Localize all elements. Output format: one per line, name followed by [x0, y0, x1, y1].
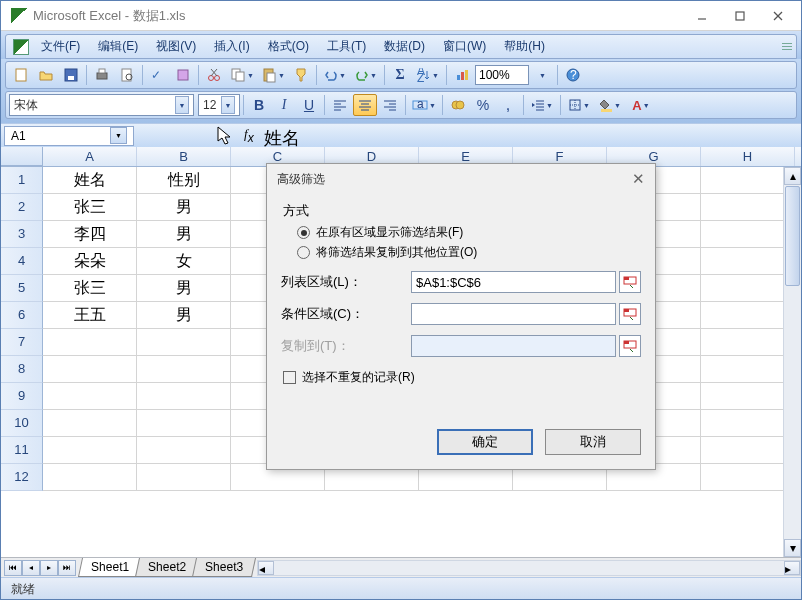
row-header[interactable]: 4 [1, 248, 43, 275]
save-icon[interactable] [59, 64, 83, 86]
filter-in-place-radio[interactable]: 在原有区域显示筛选结果(F) [297, 224, 641, 241]
cancel-button[interactable]: 取消 [545, 429, 641, 455]
bold-button[interactable]: B [247, 94, 271, 116]
cell[interactable] [701, 383, 795, 410]
align-center-button[interactable] [353, 94, 377, 116]
tab-last-button[interactable]: ⏭ [58, 560, 76, 576]
cell[interactable] [701, 329, 795, 356]
align-right-button[interactable] [378, 94, 402, 116]
print-icon[interactable] [90, 64, 114, 86]
cell[interactable] [701, 221, 795, 248]
sheet-tab[interactable]: Sheet3 [192, 558, 256, 577]
cell[interactable] [701, 248, 795, 275]
underline-button[interactable]: U [297, 94, 321, 116]
cell[interactable]: 朵朵 [43, 248, 137, 275]
cell[interactable]: 男 [137, 221, 231, 248]
open-icon[interactable] [34, 64, 58, 86]
vertical-scrollbar[interactable]: ▴ ▾ [783, 167, 801, 557]
cell[interactable] [701, 410, 795, 437]
cell[interactable]: 男 [137, 302, 231, 329]
fx-icon[interactable]: fx [244, 126, 254, 145]
copy-to-ref-button[interactable] [619, 335, 641, 357]
menu-window[interactable]: 窗口(W) [434, 35, 495, 58]
spell-icon[interactable]: ✓ [146, 64, 170, 86]
col-header[interactable]: A [43, 147, 137, 166]
currency-button[interactable] [446, 94, 470, 116]
menu-help[interactable]: 帮助(H) [495, 35, 554, 58]
redo-icon[interactable]: ▼ [351, 64, 381, 86]
cell[interactable] [701, 194, 795, 221]
fill-color-button[interactable]: ▼ [595, 94, 625, 116]
close-button[interactable] [759, 4, 797, 28]
help-icon[interactable]: ? [561, 64, 585, 86]
scroll-up-button[interactable]: ▴ [784, 167, 801, 185]
cell[interactable] [137, 464, 231, 491]
paste-icon[interactable]: ▼ [258, 64, 288, 86]
tab-next-button[interactable]: ▸ [40, 560, 58, 576]
tab-prev-button[interactable]: ◂ [22, 560, 40, 576]
col-header[interactable]: H [701, 147, 795, 166]
row-header[interactable]: 7 [1, 329, 43, 356]
row-header[interactable]: 9 [1, 383, 43, 410]
cell[interactable]: 女 [137, 248, 231, 275]
copy-icon[interactable]: ▼ [227, 64, 257, 86]
cell[interactable]: 男 [137, 275, 231, 302]
preview-icon[interactable] [115, 64, 139, 86]
criteria-range-input[interactable] [411, 303, 616, 325]
unique-records-checkbox[interactable]: 选择不重复的记录(R) [283, 369, 641, 386]
merge-button[interactable]: a▼ [409, 94, 439, 116]
list-range-input[interactable] [411, 271, 616, 293]
new-icon[interactable] [9, 64, 33, 86]
dialog-close-button[interactable]: ✕ [632, 170, 645, 188]
tab-first-button[interactable]: ⏮ [4, 560, 22, 576]
cell[interactable] [43, 464, 137, 491]
scroll-right-button[interactable]: ▸ [784, 561, 800, 575]
font-size-box[interactable]: 12▼ [198, 94, 240, 116]
menu-insert[interactable]: 插入(I) [205, 35, 258, 58]
menu-view[interactable]: 视图(V) [147, 35, 205, 58]
scroll-thumb[interactable] [785, 186, 800, 286]
format-painter-icon[interactable] [289, 64, 313, 86]
list-range-ref-button[interactable] [619, 271, 641, 293]
chart-icon[interactable] [450, 64, 474, 86]
cell[interactable]: 姓名 [43, 167, 137, 194]
row-header[interactable]: 12 [1, 464, 43, 491]
cell[interactable] [701, 437, 795, 464]
row-header[interactable]: 11 [1, 437, 43, 464]
undo-icon[interactable]: ▼ [320, 64, 350, 86]
scroll-down-button[interactable]: ▾ [784, 539, 801, 557]
ok-button[interactable]: 确定 [437, 429, 533, 455]
row-header[interactable]: 10 [1, 410, 43, 437]
col-header[interactable]: B [137, 147, 231, 166]
comma-button[interactable]: , [496, 94, 520, 116]
cut-icon[interactable] [202, 64, 226, 86]
row-header[interactable]: 5 [1, 275, 43, 302]
cell[interactable]: 性别 [137, 167, 231, 194]
formula-bar[interactable]: 姓名 [264, 126, 300, 150]
zoom-box[interactable]: 100% [475, 65, 529, 85]
cell[interactable] [43, 437, 137, 464]
sheet-tab[interactable]: Sheet2 [135, 558, 199, 577]
sheet-tab[interactable]: Sheet1 [78, 558, 142, 577]
cell[interactable] [701, 302, 795, 329]
cell[interactable] [137, 356, 231, 383]
sort-icon[interactable]: AZ▼ [413, 64, 443, 86]
font-name-box[interactable]: 宋体▼ [9, 94, 194, 116]
cell[interactable] [137, 437, 231, 464]
font-color-button[interactable]: A▼ [626, 94, 656, 116]
row-header[interactable]: 6 [1, 302, 43, 329]
italic-button[interactable]: I [272, 94, 296, 116]
row-header[interactable]: 3 [1, 221, 43, 248]
menu-format[interactable]: 格式(O) [259, 35, 318, 58]
indent-button[interactable]: ▼ [527, 94, 557, 116]
cell[interactable] [701, 356, 795, 383]
cell[interactable]: 王五 [43, 302, 137, 329]
copy-to-location-radio[interactable]: 将筛选结果复制到其他位置(O) [297, 244, 641, 261]
menu-data[interactable]: 数据(D) [375, 35, 434, 58]
sum-icon[interactable]: Σ [388, 64, 412, 86]
zoom-dropdown[interactable]: ▼ [530, 64, 554, 86]
cell[interactable] [701, 464, 795, 491]
dialog-titlebar[interactable]: 高级筛选 ✕ [267, 164, 655, 194]
menu-edit[interactable]: 编辑(E) [89, 35, 147, 58]
cell[interactable] [43, 329, 137, 356]
